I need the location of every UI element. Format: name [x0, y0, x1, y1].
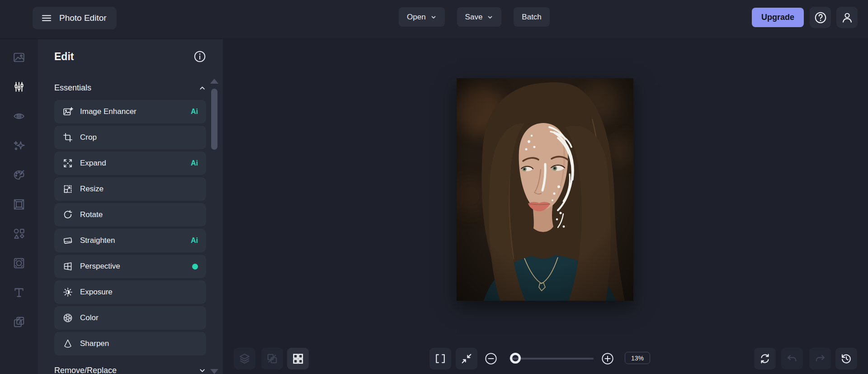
tool-item-rotate[interactable]: Rotate [54, 203, 206, 227]
section-header-essentials[interactable]: Essentials [54, 81, 206, 94]
zoom-in-button[interactable] [601, 352, 614, 365]
perspective-icon [62, 261, 73, 272]
expand-icon [62, 158, 73, 169]
section-header-remove-replace[interactable]: Remove/Replace [54, 364, 206, 374]
account-button[interactable] [836, 7, 858, 28]
chevron-down-icon [487, 14, 493, 20]
exposure-icon [62, 287, 73, 298]
help-icon [814, 11, 827, 24]
layers-button[interactable] [234, 348, 255, 369]
eye-icon[interactable] [13, 110, 25, 123]
tool-item-resize[interactable]: Resize [54, 177, 206, 201]
crop-icon [62, 132, 73, 143]
tool-item-image-enhancer[interactable]: Image Enhancer Ai [54, 100, 206, 123]
app-title: Photo Editor [59, 13, 107, 23]
scrollbar-down-arrow[interactable] [210, 369, 218, 374]
palette-icon[interactable] [13, 169, 25, 181]
canvas-area: 13% [223, 39, 868, 374]
zoom-slider-knob[interactable] [510, 353, 521, 364]
frame-icon[interactable] [13, 198, 25, 211]
fit-screen-icon [460, 352, 473, 365]
scrollbar-thumb[interactable] [211, 89, 217, 150]
fullscreen-button[interactable] [429, 348, 451, 369]
open-button[interactable]: Open [399, 7, 445, 27]
zoom-out-icon [484, 352, 498, 365]
fit-screen-button[interactable] [456, 348, 477, 369]
grid-view-icon [292, 352, 304, 365]
tool-item-label: Crop [80, 133, 97, 142]
undo-icon [786, 352, 798, 365]
tool-item-label: Image Enhancer [80, 107, 137, 116]
layers-icon [238, 352, 251, 365]
tool-item-label: Resize [80, 185, 104, 194]
reset-button[interactable] [754, 348, 776, 369]
zoom-in-icon [601, 352, 614, 365]
tool-item-label: Perspective [80, 262, 120, 271]
batch-button[interactable]: Batch [514, 7, 549, 27]
tool-item-perspective[interactable]: Perspective [54, 255, 206, 278]
menu-button[interactable]: Photo Editor [33, 7, 117, 29]
chevron-down-icon [198, 367, 206, 374]
upgrade-button[interactable]: Upgrade [752, 8, 804, 27]
tool-item-label: Straighten [80, 236, 115, 245]
photo-icon[interactable] [13, 51, 25, 64]
overlay-icon[interactable] [13, 316, 25, 328]
scrollbar-up-arrow[interactable] [210, 79, 218, 84]
image-enhancer-icon [62, 106, 73, 117]
texture-icon[interactable] [13, 257, 25, 270]
rotate-icon [62, 209, 73, 220]
tool-item-straighten[interactable]: Straighten Ai [54, 229, 206, 252]
color-icon [62, 312, 73, 323]
grid-view-button[interactable] [287, 348, 309, 369]
tool-item-label: Sharpen [80, 339, 109, 348]
help-button[interactable] [810, 7, 831, 28]
history-icon [840, 352, 853, 365]
tool-item-label: Expand [80, 159, 106, 168]
tool-item-label: Color [80, 313, 99, 322]
zoom-percent-field[interactable]: 13% [625, 352, 650, 364]
edit-panel: Edit Essentials Image Enhancer Ai Crop [38, 39, 223, 374]
ai-badge: Ai [191, 159, 198, 167]
straighten-icon [62, 235, 73, 246]
topbar: Photo Editor Open Save Batch Upgrade [0, 0, 868, 39]
sharpen-icon [62, 338, 73, 349]
photo[interactable] [457, 78, 633, 301]
resize-icon [62, 184, 73, 194]
undo-button[interactable] [781, 348, 803, 369]
file-actions: Open Save Batch [399, 7, 550, 27]
tool-item-expand[interactable]: Expand Ai [54, 151, 206, 175]
shapes-icon[interactable] [13, 227, 25, 240]
ai-badge: Ai [191, 237, 198, 245]
redo-button[interactable] [809, 348, 831, 369]
essentials-items: Image Enhancer Ai Crop Expand Ai Resize [54, 100, 206, 358]
zoom-out-button[interactable] [484, 352, 498, 365]
info-icon [193, 50, 207, 63]
account-icon [840, 11, 854, 24]
panel-title: Edit [54, 51, 74, 63]
tool-item-color[interactable]: Color [54, 306, 206, 330]
compare-icon [266, 352, 278, 365]
save-button[interactable]: Save [457, 7, 502, 27]
compare-button[interactable] [261, 348, 283, 369]
zoom-slider-track[interactable] [509, 358, 594, 360]
tool-rail [0, 39, 38, 374]
chevron-up-icon [198, 84, 206, 92]
ai-sparkles-icon[interactable] [13, 139, 25, 152]
text-icon[interactable] [13, 286, 25, 299]
fullscreen-icon [434, 352, 447, 365]
active-dot [192, 264, 198, 270]
adjustments-icon[interactable] [13, 80, 25, 93]
tool-item-crop[interactable]: Crop [54, 126, 206, 149]
tool-item-label: Exposure [80, 288, 113, 297]
tool-item-label: Rotate [80, 210, 103, 219]
history-button[interactable] [835, 348, 857, 369]
hamburger-icon [41, 12, 52, 24]
tool-item-sharpen[interactable]: Sharpen [54, 332, 206, 355]
tool-item-exposure[interactable]: Exposure [54, 280, 206, 304]
reset-icon [759, 352, 771, 365]
ai-badge: Ai [191, 108, 198, 116]
redo-icon [814, 352, 826, 365]
chevron-down-icon [430, 14, 437, 20]
info-button[interactable] [193, 50, 207, 63]
